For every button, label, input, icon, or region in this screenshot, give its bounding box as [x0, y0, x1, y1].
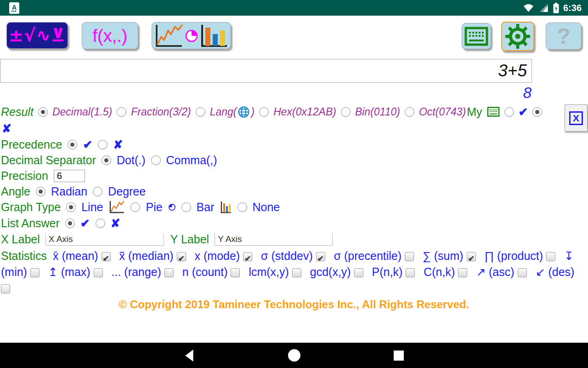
stat-label-des: ↙ (des) — [536, 265, 575, 278]
list-answer-label: List Answer — [1, 217, 60, 230]
stat-checkbox-asc[interactable] — [518, 268, 527, 277]
stat-label-sum: ∑ (sum) — [423, 249, 464, 262]
radio-graph-pie[interactable] — [130, 202, 140, 212]
calculation-result: 8 — [0, 84, 531, 102]
stat-label-mean: x̄ (mean) — [53, 249, 98, 262]
stat-label-asc: ↗ (asc) — [476, 265, 514, 278]
radio-my-keyboard-no[interactable] — [532, 107, 542, 117]
stat-checkbox-stddev[interactable] — [316, 252, 325, 261]
app-screen: A 6:36 ±√ — [0, 0, 588, 368]
radio-bin[interactable] — [341, 107, 351, 117]
stat-label-mode: x (mode) — [195, 249, 240, 262]
back-button[interactable] — [180, 346, 198, 365]
radio-comma[interactable] — [151, 155, 161, 165]
setting-row-axis-labels: X Label Y Label — [0, 231, 588, 247]
radio-precedence-no[interactable] — [98, 140, 107, 150]
keyboard-button[interactable] — [462, 23, 491, 49]
my-keyboard-icon — [487, 107, 500, 117]
settings-panel: X Result Decimal(1.5) Fraction(3/2) Lang… — [0, 104, 588, 311]
stat-label-lcm: lcm(x,y) — [249, 265, 288, 278]
stat-checkbox-combination[interactable] — [458, 268, 467, 277]
recents-button[interactable] — [390, 346, 408, 365]
settings-button[interactable] — [501, 22, 534, 51]
help-button[interactable]: ? — [546, 23, 582, 50]
stat-checkbox-lcm[interactable] — [292, 268, 301, 277]
status-icons: 6:36 — [523, 3, 582, 13]
graph-type-label: Graph Type — [1, 201, 61, 214]
setting-row-precision: Precision — [0, 168, 588, 184]
bar-graph-small-icon — [220, 201, 232, 213]
radio-graph-line[interactable] — [66, 202, 76, 212]
option-hex: Hex(0x12AB) — [273, 106, 336, 118]
stat-checkbox-precentile[interactable] — [405, 252, 414, 261]
stat-label-count: n (count) — [182, 265, 228, 278]
result-label: Result — [1, 105, 34, 119]
radio-dot[interactable] — [102, 155, 111, 165]
keyboard-icon — [464, 27, 488, 46]
radio-decimal[interactable] — [38, 107, 48, 117]
x-label-input[interactable] — [45, 233, 164, 246]
radio-hex[interactable] — [259, 107, 269, 117]
option-lang-open: Lang( — [210, 106, 237, 118]
option-none: None — [253, 201, 280, 214]
pie-graph-small-icon — [168, 203, 176, 211]
stat-checkbox-des[interactable] — [1, 284, 10, 293]
radio-graph-bar[interactable] — [181, 202, 191, 212]
stat-label-precentile: σ (precentile) — [334, 249, 401, 262]
globe-icon — [237, 106, 250, 118]
stat-checkbox-mean[interactable] — [102, 252, 111, 261]
home-button[interactable] — [285, 346, 303, 365]
bar-chart-icon — [199, 24, 229, 48]
app-icon-letter: A — [12, 4, 17, 11]
setting-row-precedence: Precedence ✔ ✘ — [0, 137, 588, 152]
radio-lang[interactable] — [196, 107, 205, 117]
stat-checkbox-range[interactable] — [164, 268, 174, 277]
option-pie: Pie — [146, 201, 162, 214]
math-symbols-label: ±√∿⊻ — [9, 27, 66, 44]
my-keyboard-yes-label: ✔ — [519, 106, 528, 118]
stat-checkbox-sum[interactable] — [467, 252, 476, 261]
precision-input[interactable] — [54, 170, 85, 182]
stat-checkbox-permutation[interactable] — [406, 268, 415, 277]
functions-button[interactable]: f(x,.) — [82, 22, 138, 49]
math-symbols-button[interactable]: ±√∿⊻ — [6, 22, 68, 49]
precedence-yes-label: ✔ — [83, 139, 92, 150]
y-label-input[interactable] — [215, 233, 333, 246]
statistics-label: Statistics — [1, 249, 47, 262]
stat-checkbox-min[interactable] — [30, 268, 40, 277]
radio-list-answer-no[interactable] — [96, 218, 105, 228]
stat-checkbox-max[interactable] — [94, 268, 103, 277]
stat-checkbox-mode[interactable] — [243, 252, 252, 261]
android-nav-bar — [0, 343, 588, 368]
radio-degree[interactable] — [93, 187, 102, 196]
my-keyboard-no-line: ✘ — [0, 120, 588, 137]
expression-input[interactable] — [0, 59, 532, 83]
radio-list-answer-yes[interactable] — [65, 218, 75, 228]
stat-checkbox-gcd[interactable] — [354, 268, 363, 277]
option-line: Line — [81, 201, 103, 214]
wifi-icon — [523, 3, 534, 13]
precedence-no-label: ✘ — [113, 139, 123, 150]
stat-label-gcd: gcd(x,y) — [310, 265, 351, 278]
option-degree: Degree — [108, 185, 146, 198]
graphs-button[interactable] — [152, 22, 231, 49]
option-fraction: Fraction(3/2) — [131, 106, 191, 118]
setting-row-result: Result Decimal(1.5) Fraction(3/2) Lang( … — [0, 104, 588, 120]
pie-chart-icon — [184, 29, 199, 43]
radio-precedence-yes[interactable] — [68, 140, 77, 150]
list-answer-no-label: ✘ — [111, 218, 120, 229]
stat-checkbox-median[interactable] — [177, 252, 186, 261]
my-keyboard-label: My — [467, 105, 482, 119]
radio-oct[interactable] — [405, 107, 414, 117]
home-icon — [288, 349, 300, 362]
radio-fraction[interactable] — [117, 107, 126, 117]
y-label-label: Y Label — [170, 233, 209, 246]
help-label: ? — [557, 25, 570, 47]
close-settings-button[interactable]: X — [565, 104, 588, 132]
radio-my-keyboard-yes[interactable] — [504, 107, 514, 117]
stat-label-max: ↥ (max) — [48, 265, 90, 278]
stat-checkbox-product[interactable] — [546, 252, 555, 261]
radio-graph-none[interactable] — [237, 202, 247, 212]
radio-radian[interactable] — [36, 187, 45, 196]
stat-checkbox-count[interactable] — [231, 268, 240, 277]
